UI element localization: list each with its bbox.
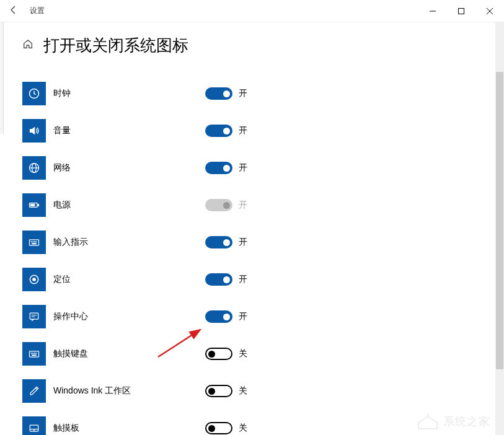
toggle-touchpad[interactable] xyxy=(205,422,232,434)
svg-point-15 xyxy=(36,242,37,242)
toggle-state-label: 开 xyxy=(239,237,247,248)
setting-label: Windows Ink 工作区 xyxy=(53,385,205,397)
titlebar: 设置 xyxy=(0,0,504,22)
setting-label: 音量 xyxy=(53,125,205,136)
network-icon xyxy=(22,156,46,180)
close-button[interactable] xyxy=(475,0,504,22)
svg-rect-10 xyxy=(38,204,39,206)
location-icon xyxy=(22,268,46,291)
setting-row-clock: 时钟开 xyxy=(22,75,482,112)
toggle-state-label: 开 xyxy=(239,125,247,136)
app-title: 设置 xyxy=(30,6,45,16)
setting-label: 操作中心 xyxy=(53,311,205,322)
window-controls xyxy=(418,0,504,22)
svg-point-12 xyxy=(31,242,32,242)
setting-label: 时钟 xyxy=(53,88,205,99)
touch-keyboard-icon xyxy=(22,342,46,366)
svg-rect-27 xyxy=(32,355,37,356)
setting-row-power: 电源开 xyxy=(22,187,482,224)
power-icon xyxy=(22,193,46,217)
clock-icon xyxy=(22,82,46,105)
svg-point-25 xyxy=(34,353,35,354)
titlebar-left: 设置 xyxy=(9,5,45,17)
touchpad-icon xyxy=(22,416,46,435)
svg-rect-22 xyxy=(30,351,39,357)
svg-point-26 xyxy=(36,353,37,354)
toggle-state-label: 关 xyxy=(239,423,247,434)
setting-label: 触摸板 xyxy=(53,423,205,434)
toggle-state-label: 关 xyxy=(239,385,247,397)
svg-point-24 xyxy=(33,353,33,354)
setting-label: 触摸键盘 xyxy=(53,348,205,359)
toggle-state-label: 开 xyxy=(239,311,247,322)
svg-rect-1 xyxy=(459,8,464,14)
toggle-power xyxy=(205,199,232,211)
toggle-windows-ink[interactable] xyxy=(205,385,232,397)
setting-label: 输入指示 xyxy=(53,237,205,248)
content-area: 打开或关闭系统图标 时钟开音量开网络开电源开输入指示开定位开操作中心开触摸键盘关… xyxy=(0,22,504,435)
setting-row-windows-ink: Windows Ink 工作区关 xyxy=(22,372,482,410)
svg-rect-19 xyxy=(30,313,38,319)
toggle-state-label: 关 xyxy=(239,348,247,359)
toggle-state-label: 开 xyxy=(239,88,247,99)
setting-label: 电源 xyxy=(53,200,205,211)
settings-list: 时钟开音量开网络开电源开输入指示开定位开操作中心开触摸键盘关Windows In… xyxy=(22,75,482,435)
svg-point-13 xyxy=(33,242,33,242)
setting-row-input-indicator: 输入指示开 xyxy=(22,224,482,261)
svg-point-14 xyxy=(34,242,35,242)
setting-row-touch-keyboard: 触摸键盘关 xyxy=(22,335,482,372)
setting-row-location: 定位开 xyxy=(22,261,482,298)
setting-row-network: 网络开 xyxy=(22,149,482,187)
toggle-state-label: 开 xyxy=(239,200,247,211)
toggle-action-center[interactable] xyxy=(205,310,232,323)
toggle-touch-keyboard[interactable] xyxy=(205,348,232,360)
setting-label: 网络 xyxy=(53,162,205,174)
toggle-volume[interactable] xyxy=(205,125,232,137)
svg-point-18 xyxy=(33,278,36,281)
scrollbar-thumb[interactable] xyxy=(496,72,503,369)
input-indicator-icon xyxy=(22,231,46,254)
toggle-network[interactable] xyxy=(205,162,232,174)
svg-rect-9 xyxy=(30,204,35,206)
toggle-state-label: 开 xyxy=(239,274,247,285)
minimize-button[interactable] xyxy=(418,0,447,22)
action-center-icon xyxy=(22,305,46,328)
setting-row-touchpad: 触摸板关 xyxy=(22,410,482,435)
toggle-location[interactable] xyxy=(205,273,232,286)
scrollbar[interactable] xyxy=(495,22,504,435)
toggle-clock[interactable] xyxy=(205,87,232,100)
setting-label: 定位 xyxy=(53,274,205,285)
maximize-button[interactable] xyxy=(447,0,475,22)
setting-row-action-center: 操作中心开 xyxy=(22,298,482,335)
header-row: 打开或关闭系统图标 xyxy=(22,35,482,56)
back-button[interactable] xyxy=(9,5,19,17)
svg-rect-16 xyxy=(32,244,37,244)
home-icon[interactable] xyxy=(22,38,33,53)
setting-row-volume: 音量开 xyxy=(22,112,482,149)
svg-rect-11 xyxy=(30,240,39,245)
windows-ink-icon xyxy=(22,379,46,403)
toggle-input-indicator[interactable] xyxy=(205,236,232,248)
svg-point-23 xyxy=(31,353,32,354)
volume-icon xyxy=(22,119,46,143)
toggle-state-label: 开 xyxy=(239,162,247,174)
page-title: 打开或关闭系统图标 xyxy=(43,35,188,56)
